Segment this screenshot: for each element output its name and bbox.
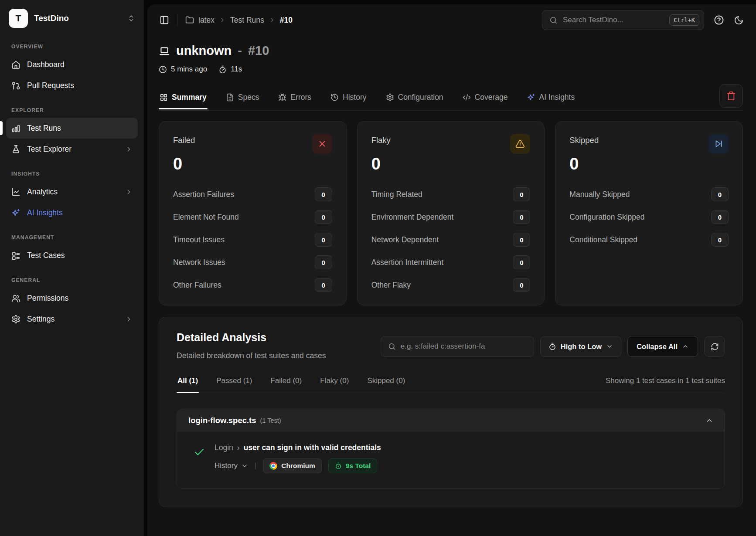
sidebar-item-ai-insights[interactable]: AI Insights	[6, 202, 138, 223]
run-title-separator: -	[238, 44, 242, 58]
sidebar-item-label: Permissions	[27, 294, 133, 303]
skip-forward-icon	[708, 134, 729, 154]
collapse-all-label: Collapse All	[637, 343, 678, 351]
run-duration: 11s	[218, 65, 242, 74]
skipped-count: 0	[569, 155, 729, 173]
sidebar-item-analytics[interactable]: Analytics	[6, 181, 138, 202]
tab-specs[interactable]: Specs	[225, 86, 260, 109]
theme-toggle-button[interactable]	[734, 15, 744, 25]
tab-label: Configuration	[398, 93, 443, 102]
stat-label: Other Flaky	[371, 281, 411, 290]
stat-label: Element Not Found	[173, 213, 239, 222]
stat-value: 0	[513, 278, 530, 292]
stat-value: 0	[315, 187, 332, 201]
sidebar-item-test-explorer[interactable]: Test Explorer	[6, 139, 138, 159]
refresh-button[interactable]	[704, 336, 725, 357]
stat-row: Timing Related0	[371, 187, 531, 201]
history-toggle[interactable]: History	[215, 461, 248, 470]
duration-badge: 9s Total	[328, 458, 377, 473]
workspace-switcher[interactable]: T TestDino	[6, 6, 138, 32]
stat-label: Network Issues	[173, 258, 225, 267]
sparkles-icon	[527, 93, 535, 102]
stat-row: Assertion Intermittent0	[371, 255, 531, 269]
collapse-all-button[interactable]: Collapse All	[627, 336, 698, 357]
test-case-row[interactable]: Login › user can sign in with valid cred…	[177, 432, 725, 488]
tab-ai-insights[interactable]: AI Insights	[526, 86, 576, 109]
sort-dropdown[interactable]: High to Low	[540, 336, 621, 357]
result-filter-tabs: All (1) Passed (1) Failed (0) Flaky (0) …	[177, 377, 725, 393]
filter-tab-skipped[interactable]: Skipped (0)	[366, 377, 406, 393]
test-separator: ›	[237, 443, 240, 452]
suite-header[interactable]: login-flow.spec.ts (1 Test)	[177, 409, 725, 432]
breadcrumb-run: #10	[280, 16, 293, 25]
stat-value: 0	[711, 233, 729, 247]
chromium-icon	[269, 462, 277, 470]
file-text-icon	[226, 93, 234, 102]
stat-label: Network Dependent	[371, 235, 439, 244]
grid-icon	[160, 93, 168, 102]
detailed-analysis-subtitle: Detailed breakdown of test suites and ca…	[177, 350, 326, 362]
filter-tab-failed[interactable]: Failed (0)	[269, 377, 303, 393]
sidebar-item-pull-requests[interactable]: Pull Requests	[6, 75, 138, 96]
vertical-divider: |	[255, 461, 256, 470]
sidebar-toggle-button[interactable]	[160, 15, 169, 25]
app-logo: T	[9, 9, 28, 28]
browser-badge[interactable]: Chromium	[263, 458, 322, 473]
tab-errors[interactable]: Errors	[277, 86, 312, 109]
main-panel: latex Test Runs #10 Ctrl+K unknown	[147, 4, 756, 536]
search-input[interactable]	[563, 16, 664, 24]
failed-card: Failed 0 Assertion Failures0 Element Not…	[159, 121, 347, 305]
chevron-right-icon	[219, 17, 226, 24]
stat-value: 0	[513, 187, 530, 201]
stat-row: Timeout Issues0	[173, 233, 332, 247]
chevron-right-icon	[125, 315, 133, 323]
chevron-down-icon	[606, 343, 613, 350]
chevron-up-icon[interactable]	[705, 417, 713, 424]
stat-row: Conditional Skipped0	[569, 233, 729, 247]
stat-label: Environment Dependent	[371, 213, 454, 222]
sidebar-item-test-cases[interactable]: Test Cases	[6, 245, 138, 266]
sidebar-section-explorer: EXPLORER	[6, 107, 138, 113]
sidebar: T TestDino OVERVIEW Dashboard Pull Reque…	[0, 0, 144, 536]
folder-icon	[185, 16, 194, 24]
app-name: TestDino	[34, 14, 121, 23]
card-title: Failed	[173, 134, 195, 145]
delete-run-button[interactable]	[719, 84, 743, 108]
sidebar-item-label: Pull Requests	[27, 81, 133, 90]
tab-coverage[interactable]: Coverage	[462, 86, 509, 109]
filter-tab-all[interactable]: All (1)	[177, 377, 199, 393]
stat-label: Assertion Failures	[173, 190, 234, 199]
stat-row: Configuration Skipped0	[569, 210, 729, 224]
breadcrumb-project[interactable]: latex	[198, 16, 215, 25]
test-filter-input[interactable]	[401, 342, 527, 351]
breadcrumb-section[interactable]: Test Runs	[230, 16, 264, 25]
sidebar-item-test-runs[interactable]: Test Runs	[6, 118, 138, 139]
chevron-right-icon	[125, 188, 133, 196]
stat-label: Configuration Skipped	[569, 213, 644, 222]
laptop-icon	[159, 45, 170, 57]
topbar: latex Test Runs #10 Ctrl+K	[147, 4, 756, 36]
stat-label: Assertion Intermittent	[371, 258, 443, 267]
test-suite: login-flow.spec.ts (1 Test) Login	[177, 409, 725, 489]
stat-row: Other Flaky0	[371, 278, 531, 292]
suite-test-count: (1 Test)	[260, 417, 281, 424]
global-search[interactable]: Ctrl+K	[542, 10, 704, 30]
run-tabs: Summary Specs Errors History Configurati…	[159, 84, 743, 111]
line-chart-icon	[11, 187, 20, 197]
help-button[interactable]	[714, 15, 724, 25]
sidebar-item-permissions[interactable]: Permissions	[6, 288, 138, 309]
sidebar-item-dashboard[interactable]: Dashboard	[6, 54, 138, 75]
filter-tab-passed[interactable]: Passed (1)	[215, 377, 253, 393]
tab-summary[interactable]: Summary	[159, 86, 208, 109]
tab-history[interactable]: History	[330, 86, 367, 109]
sidebar-item-settings[interactable]: Settings	[6, 309, 138, 329]
sidebar-item-label: Dashboard	[27, 60, 133, 69]
tab-configuration[interactable]: Configuration	[385, 86, 444, 109]
test-filter-box[interactable]	[381, 336, 534, 357]
filter-tab-flaky[interactable]: Flaky (0)	[319, 377, 350, 393]
main-content: unknown - #10 5 mins ago 11s Summary	[147, 36, 756, 536]
stat-row: Manually Skipped0	[569, 187, 729, 201]
sidebar-item-label: Analytics	[27, 187, 119, 197]
history-label: History	[215, 461, 238, 470]
showing-summary: Showing 1 test cases in 1 test suites	[606, 377, 725, 393]
